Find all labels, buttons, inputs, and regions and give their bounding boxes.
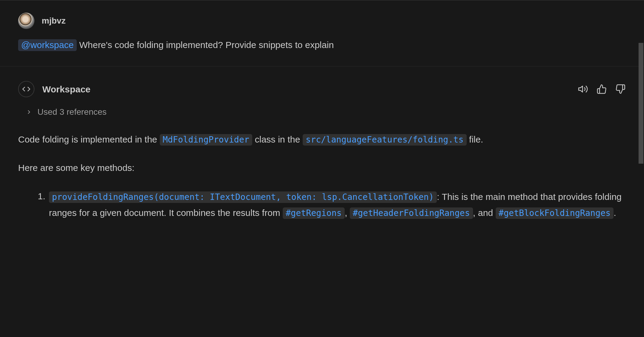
references-toggle[interactable]: Used 3 references xyxy=(18,106,626,118)
method-link-getheaderfoldingranges[interactable]: #getHeaderFoldingRanges xyxy=(350,207,473,219)
thumbs-up-button[interactable] xyxy=(596,84,607,95)
methods-list: 1. provideFoldingRanges(document: ITextD… xyxy=(18,189,626,221)
chevron-right-icon xyxy=(26,109,32,115)
assistant-message-block: Workspace xyxy=(0,66,644,221)
speaker-icon xyxy=(578,84,588,94)
assistant-header-row: Workspace xyxy=(18,81,626,97)
list-item: 1. provideFoldingRanges(document: ITextD… xyxy=(34,189,626,221)
workspace-mention-tag[interactable]: @workspace xyxy=(18,39,77,51)
code-brackets-icon xyxy=(22,85,31,93)
answer-intro-paragraph: Code folding is implemented in the MdFol… xyxy=(18,132,626,147)
user-message-block: mjbvz @workspace Where's code folding im… xyxy=(0,1,644,66)
methods-heading: Here are some key methods: xyxy=(18,161,626,175)
method-link-getblockfoldingranges[interactable]: #getBlockFoldingRanges xyxy=(496,207,614,219)
sep1: , xyxy=(345,208,350,218)
intro-text-1: Code folding is implemented in the xyxy=(18,134,160,144)
speaker-button[interactable] xyxy=(578,84,588,95)
user-avatar[interactable] xyxy=(18,13,34,29)
workspace-icon xyxy=(18,81,34,97)
sep2: , and xyxy=(473,208,496,218)
scrollbar-track[interactable] xyxy=(638,1,644,337)
user-header: mjbvz xyxy=(18,13,626,29)
method-signature-link[interactable]: provideFoldingRanges(document: ITextDocu… xyxy=(49,191,437,203)
thumbs-up-icon xyxy=(597,84,607,94)
file-path-link[interactable]: src/languageFeatures/folding.ts xyxy=(303,134,467,146)
intro-text-2: class in the xyxy=(252,134,303,144)
thumbs-down-icon xyxy=(615,84,626,94)
scrollbar-thumb[interactable] xyxy=(639,43,643,164)
user-question-text: Where's code folding implemented? Provid… xyxy=(77,40,334,50)
list-number: 1. xyxy=(34,189,45,221)
assistant-title: Workspace xyxy=(42,82,91,96)
class-name-link[interactable]: MdFoldingProvider xyxy=(160,134,253,146)
assistant-header-left: Workspace xyxy=(18,81,91,97)
assistant-answer: Code folding is implemented in the MdFol… xyxy=(18,132,626,221)
user-message-text: @workspace Where's code folding implemen… xyxy=(18,38,626,52)
thumbs-down-button[interactable] xyxy=(615,84,626,95)
intro-text-3: file. xyxy=(467,134,483,144)
username: mjbvz xyxy=(42,14,66,27)
method-link-getregions[interactable]: #getRegions xyxy=(283,207,345,219)
references-label: Used 3 references xyxy=(37,106,107,118)
item1-suffix: . xyxy=(613,208,616,218)
list-item-content: provideFoldingRanges(document: ITextDocu… xyxy=(49,189,626,221)
action-icons-group xyxy=(578,84,626,95)
svg-marker-0 xyxy=(579,86,583,92)
